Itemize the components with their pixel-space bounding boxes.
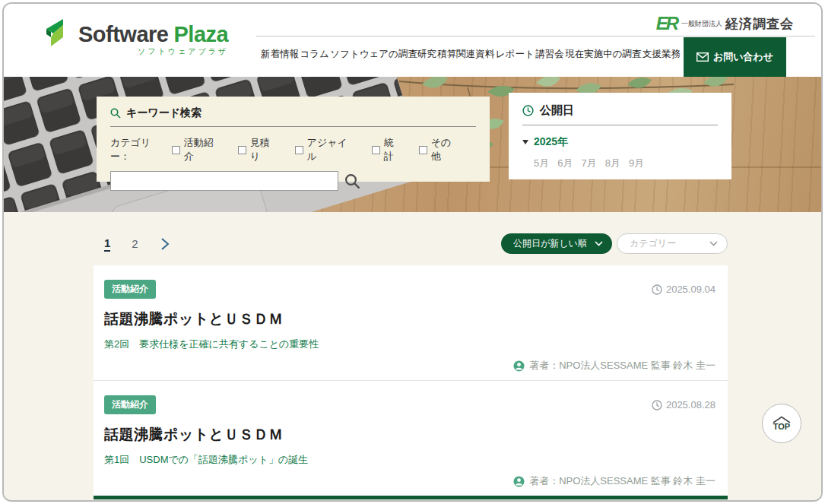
keyword-search-panel: キーワード検索 カテゴリー： 活動紹介 見積り アジャイル <box>97 97 490 182</box>
chevron-down-icon <box>595 241 603 246</box>
nav-item-report[interactable]: レポート <box>496 48 535 61</box>
header-divider <box>256 36 815 36</box>
month-link-jul[interactable]: 7月 <box>581 157 596 170</box>
nav-item-news[interactable]: 新着情報 <box>261 48 299 61</box>
checkbox-icon <box>295 146 303 154</box>
nav-item-support[interactable]: 支援業務 <box>643 48 681 61</box>
main-section: 1 2 公開日が新しい順 <box>4 212 821 500</box>
brand-name-plaza: Plaza <box>173 22 228 46</box>
envelope-icon <box>696 52 709 62</box>
page-number-2[interactable]: 2 <box>132 237 138 250</box>
page-number-1[interactable]: 1 <box>104 236 110 252</box>
month-link-may[interactable]: 5月 <box>534 157 549 170</box>
clock-icon <box>652 400 662 410</box>
back-to-top-button[interactable]: TOP <box>762 404 801 443</box>
triangle-down-icon <box>522 140 528 144</box>
back-to-top-label: TOP <box>773 422 790 431</box>
chevron-right-icon <box>160 237 170 251</box>
category-filter-dropdown[interactable]: カテゴリー <box>617 233 728 254</box>
nav-item-current-survey[interactable]: 現在実施中の調査 <box>565 48 641 61</box>
main-nav: 新着情報 コラム ソフトウェアの調査研究 積算関連資料 レポート 講習会 現在実… <box>261 48 681 61</box>
category-checkbox-agile[interactable]: アジャイル <box>295 136 356 163</box>
publication-date-panel: 公開日 2025年 5月 6月 7月 8月 9月 <box>509 93 731 179</box>
browser-page: キーワード検索 カテゴリー： 活動紹介 見積り アジャイル <box>2 2 823 502</box>
year-label: 2025年 <box>534 135 568 149</box>
article-author: 著者：NPO法人SESSAME 監事 鈴木 圭一 <box>529 474 716 488</box>
category-option-label: 活動紹介 <box>184 136 222 163</box>
article-subtitle[interactable]: 第2回 要求仕様を正確に共有することの重要性 <box>104 338 716 351</box>
article-list: 活動紹介 2025.09.04 話題沸騰ポットとＵＳＤＭ 第2回 要求仕様を正確… <box>94 265 728 499</box>
checkbox-icon <box>172 146 180 154</box>
clock-icon <box>522 105 534 116</box>
checkbox-icon <box>372 146 380 154</box>
nav-item-software-research[interactable]: ソフトウェアの調査研究 <box>330 48 436 61</box>
category-option-label: 見積り <box>250 136 279 163</box>
checkbox-icon <box>419 146 427 154</box>
nav-item-column[interactable]: コラム <box>300 48 328 61</box>
month-link-jun[interactable]: 6月 <box>557 157 573 170</box>
category-filter-placeholder: カテゴリー <box>630 237 676 250</box>
keyword-search-input[interactable] <box>110 171 338 191</box>
article-card-2[interactable]: 活動紹介 2025.08.28 話題沸騰ポットとＵＳＤＭ 第1回 USDMでの「… <box>94 380 728 496</box>
category-option-label: 統計 <box>384 136 403 163</box>
checkbox-icon <box>238 146 246 154</box>
category-option-label: その他 <box>431 136 460 163</box>
month-link-aug[interactable]: 8月 <box>605 157 620 170</box>
year-toggle-2025[interactable]: 2025年 <box>522 135 718 149</box>
article-card-1[interactable]: 活動紹介 2025.09.04 話題沸騰ポットとＵＳＤＭ 第2回 要求仕様を正確… <box>94 265 728 380</box>
brand-subtitle: ソフトウェアプラザ <box>78 48 228 55</box>
category-checkbox-katsudo[interactable]: 活動紹介 <box>172 136 222 163</box>
hero-banner: キーワード検索 カテゴリー： 活動紹介 見積り アジャイル <box>4 77 821 212</box>
site-logo[interactable]: SoftwarePlaza ソフトウェアプラザ <box>40 17 228 55</box>
category-checkbox-tokei[interactable]: 統計 <box>372 136 403 163</box>
pagination: 1 2 <box>104 236 170 252</box>
footer-top-bar <box>94 496 728 499</box>
org-logo[interactable]: ER 一般財団法人 経済調査会 <box>656 13 794 34</box>
article-title[interactable]: 話題沸騰ポットとＵＳＤＭ <box>104 309 716 329</box>
article-subtitle[interactable]: 第1回 USDMでの「話題沸騰ポット」の誕生 <box>104 453 716 467</box>
article-title[interactable]: 話題沸騰ポットとＵＳＤＭ <box>104 425 716 445</box>
category-label: カテゴリー： <box>110 136 169 163</box>
divider <box>110 126 476 127</box>
article-author: 著者：NPO法人SESSAME 監事 鈴木 圭一 <box>529 359 716 372</box>
contact-button-label: お問い合わせ <box>713 50 773 64</box>
date-panel-title: 公開日 <box>540 103 574 118</box>
site-header: SoftwarePlaza ソフトウェアプラザ ER 一般財団法人 経済調査会 … <box>4 4 821 77</box>
chevron-down-icon <box>709 241 718 246</box>
category-badge: 活動紹介 <box>104 280 156 299</box>
nav-item-estimation-docs[interactable]: 積算関連資料 <box>437 48 494 61</box>
contact-button[interactable]: お問い合わせ <box>684 37 786 77</box>
article-date: 2025.08.28 <box>666 399 716 410</box>
author-icon <box>513 476 525 487</box>
search-icon <box>110 108 121 119</box>
software-plaza-logo-icon <box>40 17 72 54</box>
month-link-sep[interactable]: 9月 <box>629 157 644 170</box>
category-badge: 活動紹介 <box>104 395 156 414</box>
category-checkbox-mitsumori[interactable]: 見積り <box>238 136 279 163</box>
er-monogram-icon: ER <box>656 13 677 34</box>
brand-name-software: Software <box>78 22 168 46</box>
search-panel-title: キーワード検索 <box>126 106 201 120</box>
org-name: 経済調査会 <box>725 15 794 33</box>
clock-icon <box>652 284 662 295</box>
divider <box>522 125 718 125</box>
article-date: 2025.09.04 <box>666 284 716 295</box>
org-prefix: 一般財団法人 <box>681 19 722 29</box>
nav-item-seminar[interactable]: 講習会 <box>535 48 564 61</box>
author-icon <box>513 360 525 372</box>
search-submit-icon[interactable] <box>344 173 360 189</box>
sort-order-value: 公開日が新しい順 <box>513 237 587 250</box>
category-option-label: アジャイル <box>307 136 357 163</box>
sort-order-dropdown[interactable]: 公開日が新しい順 <box>501 233 612 254</box>
category-checkbox-sonota[interactable]: その他 <box>419 136 460 163</box>
pagination-next-button[interactable] <box>160 237 170 251</box>
